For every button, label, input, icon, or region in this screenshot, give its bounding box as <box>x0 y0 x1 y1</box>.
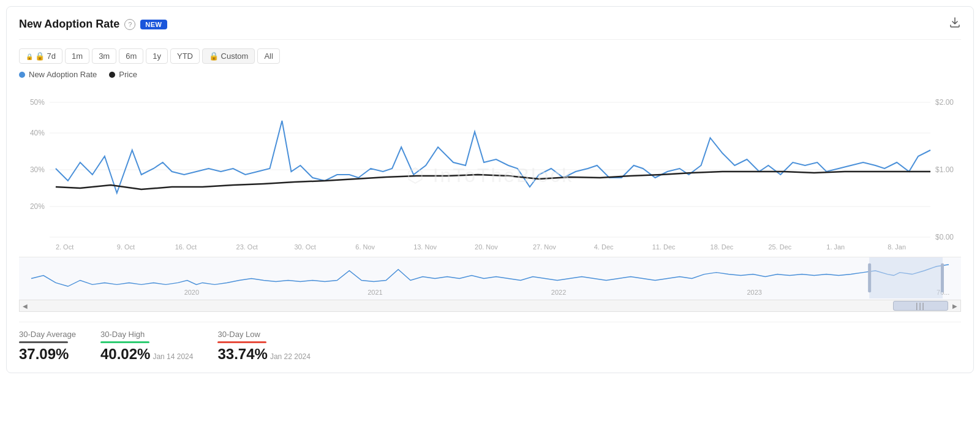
chart-wrapper: 50% 40% 30% 20% $2.00 $1.00 $0.00 2. Oct… <box>19 84 961 312</box>
stat-low-date: Jan 22 2024 <box>270 352 311 361</box>
svg-text:25. Dec: 25. Dec <box>768 243 791 251</box>
svg-text:2020: 2020 <box>184 289 199 296</box>
header: New Adoption Rate ? NEW <box>19 17 961 40</box>
main-chart-svg: 50% 40% 30% 20% $2.00 $1.00 $0.00 2. Oct… <box>19 84 961 256</box>
svg-text:18. Dec: 18. Dec <box>710 243 734 251</box>
svg-text:20. Nov: 20. Nov <box>475 243 498 251</box>
stat-30day-average: 30-Day Average 37.09% <box>19 330 76 363</box>
legend-dot-adoption <box>19 72 25 78</box>
mini-chart-svg: 2020 2021 2022 2023 70... <box>19 257 961 300</box>
svg-text:40%: 40% <box>30 129 45 137</box>
filter-1m[interactable]: 1m <box>65 48 89 64</box>
svg-text:$1.00: $1.00 <box>935 165 954 174</box>
legend-label-adoption: New Adoption Rate <box>29 70 97 79</box>
svg-text:13. Nov: 13. Nov <box>413 243 437 251</box>
svg-text:4. Dec: 4. Dec <box>594 243 614 251</box>
svg-text:30%: 30% <box>30 165 45 174</box>
time-filters: 🔒 7d 1m 3m 6m 1y YTD 🔒 Custom All <box>19 48 961 64</box>
filter-custom[interactable]: 🔒 Custom <box>202 48 255 64</box>
help-icon[interactable]: ? <box>124 19 135 30</box>
stat-low-label: 30-Day Low <box>217 330 310 339</box>
stat-high-value: 40.02%Jan 14 2024 <box>100 346 193 363</box>
svg-text:$2.00: $2.00 <box>935 98 954 107</box>
legend-label-price: Price <box>119 70 137 79</box>
mini-chart: 2020 2021 2022 2023 70... <box>19 257 961 300</box>
legend: New Adoption Rate Price <box>19 70 961 79</box>
mini-chart-selection <box>869 257 943 298</box>
stat-average-label: 30-Day Average <box>19 330 76 339</box>
selection-handle-left[interactable] <box>868 263 871 292</box>
filter-ytd[interactable]: YTD <box>170 48 200 64</box>
legend-price: Price <box>109 70 137 79</box>
stats-section: 30-Day Average 37.09% 30-Day High 40.02%… <box>19 322 961 363</box>
filter-7d[interactable]: 🔒 7d <box>19 48 62 64</box>
legend-adoption-rate: New Adoption Rate <box>19 70 97 79</box>
svg-text:2. Oct: 2. Oct <box>56 243 74 251</box>
page-title: New Adoption Rate <box>19 18 119 31</box>
svg-text:23. Oct: 23. Oct <box>236 243 258 251</box>
filter-1y[interactable]: 1y <box>146 48 168 64</box>
selection-handle-right[interactable] <box>941 263 944 292</box>
svg-text:11. Dec: 11. Dec <box>652 243 676 251</box>
stat-30day-low: 30-Day Low 33.74%Jan 22 2024 <box>217 330 310 363</box>
scrollbar-left-arrow[interactable]: ◀ <box>20 300 31 311</box>
stat-average-line <box>19 341 68 343</box>
main-chart: 50% 40% 30% 20% $2.00 $1.00 $0.00 2. Oct… <box>19 84 961 256</box>
scrollbar[interactable]: ◀ ||| ▶ <box>19 300 961 312</box>
main-container: New Adoption Rate ? NEW 🔒 7d 1m 3m 6m 1y… <box>6 6 974 373</box>
download-button[interactable] <box>949 17 961 32</box>
legend-dot-price <box>109 72 115 78</box>
stat-high-date: Jan 14 2024 <box>153 352 193 361</box>
svg-text:1. Jan: 1. Jan <box>826 243 845 251</box>
header-left: New Adoption Rate ? NEW <box>19 18 167 31</box>
svg-text:27. Nov: 27. Nov <box>533 243 556 251</box>
svg-text:50%: 50% <box>30 98 45 107</box>
filter-all[interactable]: All <box>257 48 279 64</box>
stat-low-line <box>217 341 266 343</box>
new-badge: NEW <box>140 20 167 29</box>
filter-6m[interactable]: 6m <box>119 48 143 64</box>
svg-text:8. Jan: 8. Jan <box>888 243 906 251</box>
scrollbar-right-arrow[interactable]: ▶ <box>949 300 960 311</box>
stat-high-line <box>100 341 149 343</box>
stat-high-label: 30-Day High <box>100 330 193 339</box>
svg-text:30. Oct: 30. Oct <box>294 243 315 251</box>
svg-rect-27 <box>19 257 961 300</box>
stat-average-value: 37.09% <box>19 346 76 363</box>
stat-30day-high: 30-Day High 40.02%Jan 14 2024 <box>100 330 193 363</box>
svg-text:16. Oct: 16. Oct <box>175 243 197 251</box>
svg-text:2021: 2021 <box>368 289 382 296</box>
svg-text:$0.00: $0.00 <box>935 233 954 241</box>
scrollbar-thumb[interactable]: ||| <box>893 301 948 311</box>
svg-text:2022: 2022 <box>551 289 566 296</box>
stat-low-value: 33.74%Jan 22 2024 <box>217 346 310 363</box>
svg-text:9. Oct: 9. Oct <box>117 243 135 251</box>
svg-text:20%: 20% <box>30 202 45 211</box>
watermark: ⬡ InToTheBlock <box>407 164 573 186</box>
filter-3m[interactable]: 3m <box>92 48 116 64</box>
svg-text:2023: 2023 <box>747 289 761 296</box>
svg-text:6. Nov: 6. Nov <box>355 243 375 251</box>
